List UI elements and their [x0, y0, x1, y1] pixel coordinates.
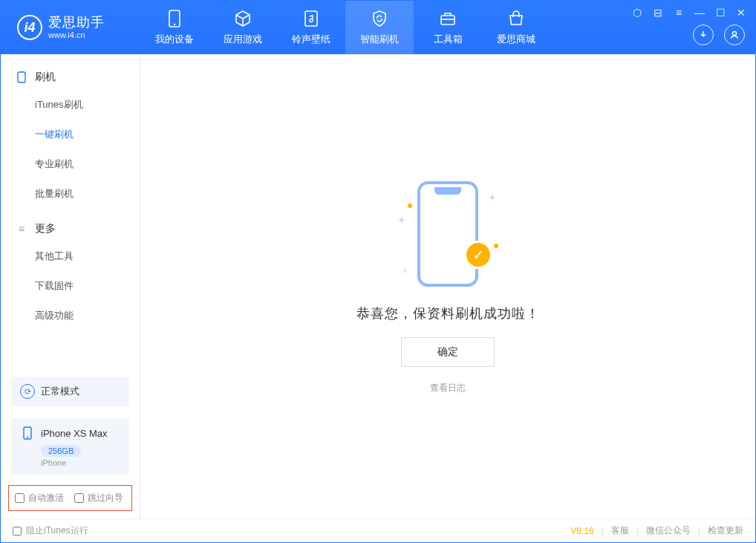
tab-store[interactable]: 爱思商城 — [482, 1, 550, 54]
sidebar-item-batch-flash[interactable]: 批量刷机 — [1, 179, 140, 209]
device-storage: 256GB — [41, 445, 81, 457]
tab-my-device[interactable]: 我的设备 — [140, 1, 209, 54]
svg-point-7 — [27, 437, 28, 438]
sidebar: 刷机 iTunes刷机 一键刷机 专业刷机 批量刷机 ≡ 更多 其他工具 下载固… — [1, 54, 140, 518]
auto-activate-checkbox[interactable]: 自动激活 — [15, 492, 64, 504]
lock-icon[interactable]: ⊟ — [651, 7, 665, 19]
minimize-button[interactable]: — — [693, 7, 706, 19]
auto-activate-label: 自动激活 — [28, 492, 64, 504]
device-name: iPhone XS Max — [41, 428, 108, 439]
section-title: 更多 — [35, 222, 56, 235]
close-button[interactable]: ✕ — [734, 7, 748, 19]
mode-label: 正常模式 — [41, 385, 79, 398]
tab-flash[interactable]: 智能刷机 — [345, 1, 414, 54]
store-icon — [506, 9, 526, 28]
titlebar: i4 爱思助手 www.i4.cn 我的设备 应用游戏 铃声壁纸 智能刷机 — [1, 1, 755, 54]
main-content: ✦✦+ ✓ 恭喜您，保资料刷机成功啦！ 确定 查看日志 — [140, 54, 755, 518]
device-icon — [16, 71, 27, 83]
skip-guide-label: 跳过向导 — [88, 492, 123, 504]
tab-label: 爱思商城 — [497, 33, 535, 46]
block-itunes-label: 阻止iTunes运行 — [26, 524, 88, 537]
logo-icon: i4 — [17, 15, 42, 40]
tab-label: 工具箱 — [434, 33, 463, 46]
sidebar-item-itunes-flash[interactable]: iTunes刷机 — [1, 90, 140, 120]
tab-apps[interactable]: 应用游戏 — [209, 1, 277, 54]
phone-icon — [165, 9, 184, 28]
sidebar-item-advanced[interactable]: 高级功能 — [1, 301, 140, 331]
footer: 阻止iTunes运行 V8.16 | 客服 | 微信公众号 | 检查更新 — [1, 518, 755, 542]
view-log-link[interactable]: 查看日志 — [430, 382, 466, 394]
svg-point-4 — [733, 32, 737, 36]
success-illustration: ✦✦+ ✓ — [396, 178, 500, 290]
phone-small-icon — [20, 426, 35, 440]
window-controls: ⬡ ⊟ ≡ — ☐ ✕ — [630, 7, 748, 19]
tab-ringtones[interactable]: 铃声壁纸 — [277, 1, 345, 54]
svg-point-1 — [174, 24, 175, 25]
music-icon — [302, 9, 321, 28]
tab-toolbox[interactable]: 工具箱 — [414, 1, 482, 54]
sidebar-section-flash[interactable]: 刷机 — [1, 65, 140, 90]
user-button[interactable] — [724, 25, 745, 45]
logo: i4 爱思助手 www.i4.cn — [1, 15, 140, 40]
tab-label: 应用游戏 — [224, 33, 262, 46]
app-title: 爱思助手 — [48, 16, 105, 30]
sidebar-item-oneclick-flash[interactable]: 一键刷机 — [1, 120, 140, 149]
device-type: iPhone — [41, 458, 120, 467]
toolbox-icon — [438, 9, 457, 28]
svg-rect-5 — [18, 72, 25, 82]
sidebar-item-other-tools[interactable]: 其他工具 — [1, 241, 140, 271]
list-icon: ≡ — [16, 223, 27, 235]
tshirt-icon[interactable]: ⬡ — [630, 7, 644, 19]
check-badge-icon: ✓ — [464, 241, 492, 269]
nav-tabs: 我的设备 应用游戏 铃声壁纸 智能刷机 工具箱 爱思商城 — [140, 1, 550, 54]
success-message: 恭喜您，保资料刷机成功啦！ — [356, 305, 540, 322]
mode-indicator[interactable]: ⟳ 正常模式 — [11, 377, 129, 406]
skip-guide-checkbox[interactable]: 跳过向导 — [74, 492, 123, 504]
download-button[interactable] — [693, 25, 714, 45]
menu-icon[interactable]: ≡ — [672, 7, 685, 19]
sidebar-item-pro-flash[interactable]: 专业刷机 — [1, 149, 140, 179]
section-title: 刷机 — [35, 71, 56, 84]
device-card[interactable]: iPhone XS Max 256GB iPhone — [11, 418, 129, 475]
sidebar-section-more[interactable]: ≡ 更多 — [1, 216, 140, 241]
phone-outline-icon — [417, 181, 478, 287]
sidebar-item-download-firmware[interactable]: 下载固件 — [1, 271, 140, 301]
tab-label: 铃声壁纸 — [292, 33, 330, 46]
svg-rect-3 — [441, 16, 454, 25]
wechat-link[interactable]: 微信公众号 — [646, 524, 691, 537]
app-subtitle: www.i4.cn — [48, 30, 105, 39]
tab-label: 我的设备 — [155, 33, 194, 46]
tab-label: 智能刷机 — [360, 33, 399, 46]
update-link[interactable]: 检查更新 — [708, 524, 743, 537]
version-label[interactable]: V8.16 — [570, 526, 593, 536]
cube-icon — [233, 9, 252, 28]
ok-button[interactable]: 确定 — [401, 337, 495, 367]
block-itunes-checkbox[interactable]: 阻止iTunes运行 — [13, 524, 88, 537]
maximize-button[interactable]: ☐ — [714, 7, 727, 19]
mode-icon: ⟳ — [20, 384, 35, 399]
shield-refresh-icon — [370, 9, 389, 28]
options-highlight: 自动激活 跳过向导 — [8, 485, 132, 511]
support-link[interactable]: 客服 — [611, 524, 629, 537]
